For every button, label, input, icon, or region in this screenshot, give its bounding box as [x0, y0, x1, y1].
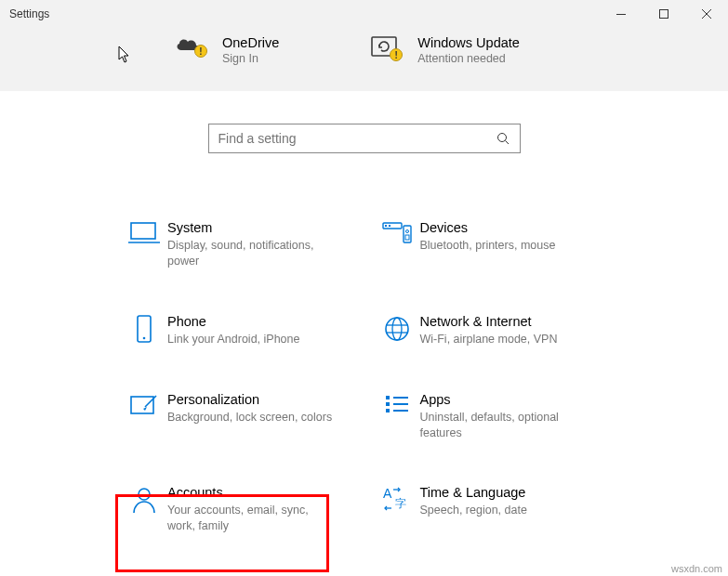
maximize-button[interactable] — [642, 0, 685, 28]
tile-subtitle: Your accounts, email, sync, work, family — [167, 503, 335, 534]
minimize-icon — [616, 14, 626, 15]
update-icon: ! — [367, 35, 401, 59]
onedrive-subtitle: Sign In — [222, 52, 279, 65]
close-button[interactable] — [685, 0, 728, 28]
tile-subtitle: Background, lock screen, colors — [167, 410, 332, 425]
devices-icon — [374, 220, 420, 246]
titlebar: Settings — [0, 0, 728, 28]
time-language-icon: A字 — [374, 485, 420, 513]
tile-title: System — [167, 220, 335, 235]
svg-rect-1 — [660, 10, 668, 19]
tile-accounts[interactable]: Accounts Your accounts, email, sync, wor… — [121, 485, 355, 534]
phone-icon — [121, 314, 167, 346]
tile-subtitle: Speech, region, date — [420, 503, 527, 518]
tile-phone[interactable]: Phone Link your Android, iPhone — [121, 314, 355, 347]
tile-title: Phone — [167, 314, 299, 329]
svg-rect-23 — [386, 396, 390, 399]
update-subtitle: Attention needed — [417, 52, 520, 65]
window-controls — [600, 0, 728, 28]
tile-subtitle: Display, sound, notifications, power — [167, 238, 335, 269]
search-box[interactable] — [208, 124, 521, 153]
tile-title: Apps — [420, 392, 588, 407]
svg-text:字: 字 — [395, 497, 406, 510]
svg-point-5 — [497, 133, 506, 141]
warning-badge-icon: ! — [194, 45, 207, 58]
tile-subtitle: Wi-Fi, airplane mode, VPN — [420, 332, 558, 347]
windows-update-item[interactable]: ! Windows Update Attention needed — [367, 35, 520, 65]
update-title: Windows Update — [417, 35, 520, 50]
tile-personalization[interactable]: Personalization Background, lock screen,… — [121, 392, 355, 441]
tile-apps[interactable]: Apps Uninstall, defaults, optional featu… — [374, 392, 608, 441]
svg-rect-21 — [131, 397, 153, 413]
tile-subtitle: Link your Android, iPhone — [167, 332, 299, 347]
tile-title: Personalization — [167, 392, 332, 407]
svg-rect-0 — [616, 14, 626, 15]
svg-point-13 — [405, 230, 408, 233]
settings-grid: System Display, sound, notifications, po… — [0, 164, 728, 534]
svg-rect-24 — [386, 402, 390, 406]
header-band: ! OneDrive Sign In ! Windows Update Atte… — [0, 28, 728, 91]
system-icon — [121, 220, 167, 246]
tile-devices[interactable]: Devices Bluetooth, printers, mouse — [374, 220, 608, 269]
maximize-icon — [659, 9, 668, 19]
personalization-icon — [121, 392, 167, 418]
onedrive-item[interactable]: ! OneDrive Sign In — [172, 35, 279, 65]
svg-rect-10 — [385, 225, 387, 227]
tile-system[interactable]: System Display, sound, notifications, po… — [121, 220, 355, 269]
warning-badge-icon: ! — [390, 48, 403, 61]
svg-point-16 — [143, 336, 146, 339]
onedrive-title: OneDrive — [222, 35, 279, 50]
svg-line-6 — [505, 140, 509, 144]
svg-rect-25 — [386, 409, 390, 412]
tile-title: Accounts — [167, 485, 335, 500]
svg-point-29 — [139, 489, 150, 500]
svg-text:A: A — [383, 486, 392, 501]
svg-point-17 — [386, 318, 408, 340]
tile-subtitle: Bluetooth, printers, mouse — [420, 238, 556, 254]
search-icon — [496, 132, 510, 146]
apps-icon — [374, 392, 420, 416]
svg-point-18 — [392, 318, 402, 340]
svg-rect-14 — [405, 235, 409, 240]
window-title: Settings — [9, 7, 49, 20]
search-section — [0, 91, 728, 164]
network-icon — [374, 314, 420, 344]
tile-title: Network & Internet — [420, 314, 558, 329]
accounts-icon — [121, 485, 167, 515]
tile-title: Time & Language — [420, 485, 527, 500]
watermark: wsxdn.com — [671, 563, 722, 574]
close-icon — [702, 9, 711, 19]
tile-subtitle: Uninstall, defaults, optional features — [420, 410, 588, 441]
minimize-button[interactable] — [600, 0, 642, 28]
svg-rect-11 — [389, 225, 390, 227]
tile-time-language[interactable]: A字 Time & Language Speech, region, date — [374, 485, 608, 534]
tile-network[interactable]: Network & Internet Wi-Fi, airplane mode,… — [374, 314, 608, 347]
search-input[interactable] — [218, 131, 496, 146]
onedrive-icon: ! — [172, 35, 205, 56]
svg-rect-7 — [131, 223, 155, 239]
tile-title: Devices — [420, 220, 556, 235]
